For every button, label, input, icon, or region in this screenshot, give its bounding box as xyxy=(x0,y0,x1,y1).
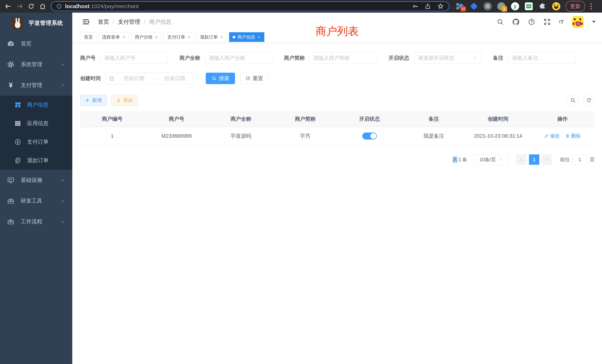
sidebar-item-payment[interactable]: ¥ 支付管理 xyxy=(0,75,72,96)
tab-refund-order[interactable]: 退款订单 xyxy=(196,32,227,42)
reload-button[interactable] xyxy=(26,1,36,11)
sidebar-item-pay-order[interactable]: 支付订单 xyxy=(0,133,72,151)
status-toggle[interactable] xyxy=(362,132,377,139)
help-icon[interactable] xyxy=(528,18,535,26)
avatar[interactable] xyxy=(572,16,583,28)
column-header: 备注 xyxy=(402,116,466,122)
bookmark-star-icon[interactable] xyxy=(437,3,444,10)
filter-status: 开启状态 请选择开启状态 xyxy=(388,52,482,64)
column-header: 商户编号 xyxy=(80,116,144,122)
payment-submenu: 商户信息 应用信息 支付订单 xyxy=(0,96,72,170)
add-button[interactable]: 新增 xyxy=(80,95,107,106)
extension-emoji-icon[interactable] xyxy=(552,2,560,11)
tab-merchant-info[interactable]: 商户信息 xyxy=(229,32,264,42)
sidebar-item-label: 首页 xyxy=(21,40,32,47)
export-button[interactable]: 导出 xyxy=(111,95,138,106)
merchant-table: 商户编号 商户号 商户全称 商户简称 开启状态 备注 创建时间 操作 1 M23… xyxy=(80,111,595,145)
font-size-icon[interactable]: ttTT xyxy=(559,19,564,25)
close-icon[interactable] xyxy=(187,35,191,39)
app-logo[interactable]: 芋道管理系统 xyxy=(0,13,72,33)
tab-pay-order[interactable]: 支付订单 xyxy=(164,32,194,42)
close-icon[interactable] xyxy=(258,35,261,39)
reset-button[interactable]: 重置 xyxy=(240,73,268,84)
sidebar-item-home[interactable]: 首页 xyxy=(0,33,72,54)
fullscreen-icon[interactable] xyxy=(543,18,551,26)
close-icon[interactable] xyxy=(220,35,223,39)
search-icon[interactable] xyxy=(497,18,504,25)
sidebar-item-dev-tools[interactable]: 研发工具 xyxy=(0,191,72,211)
short-name-input[interactable]: 请输入商户简称 xyxy=(309,52,377,64)
column-header: 操作 xyxy=(530,116,595,122)
chevron-down-icon xyxy=(60,219,65,224)
sidebar-toggle-icon[interactable] xyxy=(82,18,90,26)
search-button[interactable]: 搜索 xyxy=(206,73,235,84)
chevron-down-icon[interactable] xyxy=(592,21,596,23)
extension-chat-icon[interactable] xyxy=(525,2,533,11)
filter-short-name: 商户简称 请输入商户简称 xyxy=(284,52,377,64)
sidebar-item-system[interactable]: 系统管理 xyxy=(0,54,72,75)
extension-green-dot-icon[interactable]: 1 xyxy=(497,2,506,11)
sidebar-item-label: 研发工具 xyxy=(21,197,42,205)
cell-actions: 修改 删除 xyxy=(530,133,595,139)
page-number-button[interactable]: 1 xyxy=(529,154,539,165)
extensions-row: 10 ⌘ 1 y xyxy=(456,2,560,11)
delete-link[interactable]: 删除 xyxy=(565,133,581,139)
toggle-search-button[interactable] xyxy=(567,95,579,106)
sidebar-item-refund-order[interactable]: 退款订单 xyxy=(0,151,72,170)
full-name-input[interactable]: 请输入商户全称 xyxy=(205,52,272,64)
extension-gem-icon[interactable] xyxy=(470,2,478,11)
page-size-select[interactable]: 10条/页 xyxy=(474,154,509,165)
extension-command-icon[interactable]: ⌘ xyxy=(483,2,492,11)
tab-user-group[interactable]: 用户分组 xyxy=(131,32,162,42)
status-select[interactable]: 请选择开启状态 xyxy=(414,52,482,64)
breadcrumb-item-current: 商户信息 xyxy=(149,18,172,26)
breadcrumb-item[interactable]: 首页 xyxy=(98,18,109,26)
table-header-row: 商户编号 商户号 商户全称 商户简称 开启状态 备注 创建时间 操作 xyxy=(80,111,595,127)
password-key-icon[interactable] xyxy=(412,3,418,10)
edit-icon xyxy=(544,134,549,138)
refresh-icon xyxy=(245,76,250,81)
sidebar-item-merchant-info[interactable]: 商户信息 xyxy=(0,96,72,114)
filter-create-time: 创建时间 开始日期 - 结束日期 xyxy=(80,73,194,84)
filter-merchant-no: 商户号 请输入商户号 xyxy=(80,52,168,64)
shop-icon xyxy=(14,101,22,109)
browser-update-button[interactable]: 更新 xyxy=(566,1,585,12)
next-page-button[interactable] xyxy=(542,154,552,165)
breadcrumb-separator: / xyxy=(113,19,114,25)
remark-input[interactable]: 请输入备注 xyxy=(508,52,576,64)
home-button[interactable] xyxy=(38,1,47,11)
close-icon[interactable] xyxy=(122,35,126,39)
gear-icon xyxy=(7,61,15,68)
prev-page-button[interactable] xyxy=(516,154,527,165)
chevron-down-icon xyxy=(60,199,65,203)
chevron-up-icon xyxy=(60,83,65,88)
extension-y-icon[interactable]: y xyxy=(511,2,519,11)
sidebar-item-infrastructure[interactable]: 基础设施 xyxy=(0,170,72,191)
sidebar-item-app-info[interactable]: 应用信息 xyxy=(0,114,72,133)
forward-button[interactable] xyxy=(15,1,24,11)
tab-home[interactable]: 首页 xyxy=(80,32,96,42)
refresh-table-button[interactable] xyxy=(583,95,595,106)
address-bar[interactable]: localhost :1024/pay/merchant xyxy=(51,1,449,11)
merchant-no-input[interactable]: 请输入商户号 xyxy=(100,52,168,64)
browser-menu-icon[interactable] xyxy=(589,3,594,10)
extension-blue-diamond-icon[interactable]: 10 xyxy=(456,2,464,11)
trash-icon xyxy=(565,134,570,138)
filter-row-2: 创建时间 开始日期 - 结束日期 xyxy=(80,73,595,84)
close-icon[interactable] xyxy=(155,35,158,39)
sidebar-item-workflow[interactable]: 工作流程 xyxy=(0,211,72,232)
tab-process-form[interactable]: 流程表单 xyxy=(99,32,129,42)
date-range-input[interactable]: 开始日期 - 结束日期 xyxy=(105,73,194,84)
info-icon[interactable] xyxy=(56,3,62,9)
goto-page-input[interactable]: 1 xyxy=(572,154,587,165)
edit-link[interactable]: 修改 xyxy=(544,133,560,139)
breadcrumb-item[interactable]: 支付管理 xyxy=(118,18,140,26)
github-icon[interactable] xyxy=(512,18,520,26)
share-icon[interactable] xyxy=(425,3,431,10)
extensions-puzzle-icon[interactable] xyxy=(538,2,547,11)
back-button[interactable] xyxy=(3,1,13,11)
logo-avatar xyxy=(11,17,24,29)
plus-icon xyxy=(85,98,90,103)
calendar-icon xyxy=(109,76,114,81)
column-header: 商户全称 xyxy=(209,116,273,122)
